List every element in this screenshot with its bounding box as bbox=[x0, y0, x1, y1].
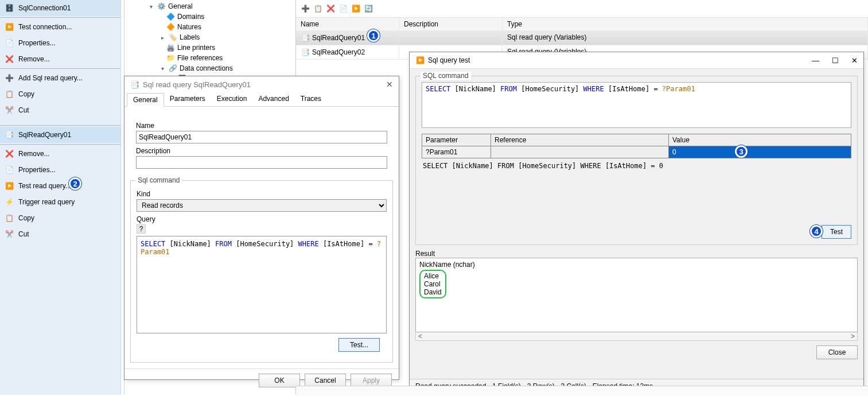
copy[interactable]: 📋 Copy bbox=[0, 86, 120, 102]
scroll-right-icon[interactable]: > bbox=[851, 332, 855, 340]
cell: SqlReadQuery02 bbox=[312, 48, 365, 56]
folder-icon: 🔶 bbox=[166, 22, 175, 32]
play-db-icon: ▶️ bbox=[5, 22, 14, 32]
window-title-bar[interactable]: ▶️ Sql query test — ☐ ✕ bbox=[410, 52, 863, 69]
close-icon[interactable]: ✕ bbox=[386, 80, 393, 89]
tree-dataconn[interactable]: ▾ 🔗 Data connections bbox=[124, 63, 295, 73]
tab-traces[interactable]: Traces bbox=[295, 92, 327, 106]
tree-general[interactable]: ▾ ⚙️ General bbox=[124, 1, 295, 11]
result-label: Result bbox=[415, 250, 858, 258]
query-icon: 📑 bbox=[130, 80, 139, 89]
minimize-icon[interactable]: — bbox=[812, 56, 819, 65]
test-button[interactable]: Test bbox=[822, 225, 851, 239]
sql-command-group: Sql command Kind Read records Query ? SE… bbox=[130, 180, 393, 363]
collapse-icon[interactable]: ▾ bbox=[159, 65, 166, 72]
tabs: General Parameters Execution Advanced Tr… bbox=[124, 92, 399, 107]
props-icon[interactable]: 📄 bbox=[338, 4, 348, 13]
scroll-left-icon[interactable]: < bbox=[418, 332, 422, 340]
cell: SqlReadQuery01 bbox=[312, 34, 365, 42]
query-helper-icon[interactable]: ? bbox=[137, 224, 146, 234]
expand-icon[interactable]: ▸ bbox=[159, 34, 166, 41]
copy-icon[interactable]: 📋 bbox=[313, 4, 322, 13]
refresh-icon[interactable]: 🔄 bbox=[364, 4, 373, 13]
close-icon[interactable]: ✕ bbox=[851, 56, 858, 65]
tab-execution[interactable]: Execution bbox=[211, 92, 253, 106]
tree-lineprinters[interactable]: 🖨️ Line printers bbox=[124, 42, 295, 53]
label: Properties... bbox=[18, 39, 56, 47]
tree-natures[interactable]: 🔶 Natures bbox=[124, 22, 295, 32]
close-button[interactable]: Close bbox=[816, 345, 858, 359]
tab-general[interactable]: General bbox=[127, 93, 164, 107]
result-header: NickName (nchar) bbox=[419, 261, 854, 269]
divider bbox=[0, 144, 120, 145]
tree-labels[interactable]: ▸ 🏷️ Labels bbox=[124, 32, 295, 42]
trigger-icon: ⚡ bbox=[5, 197, 14, 207]
properties[interactable]: 📄 Properties... bbox=[0, 35, 120, 51]
annotation-badge-3: 3 bbox=[735, 145, 748, 158]
cut[interactable]: ✂️ Cut bbox=[0, 102, 120, 118]
delete-icon[interactable]: ❌ bbox=[326, 4, 335, 13]
collapse-icon[interactable]: ▾ bbox=[147, 3, 154, 10]
label: Remove... bbox=[18, 150, 50, 158]
col-name[interactable]: Name bbox=[296, 18, 399, 30]
left-sidebar: 🗄️ SqlConnection01 ▶️ Test connection...… bbox=[0, 0, 121, 395]
value-text: 0 bbox=[672, 148, 676, 156]
label: File references bbox=[177, 54, 223, 62]
test-connection[interactable]: ▶️ Test connection... bbox=[0, 19, 120, 35]
resolved-sql: SELECT [NickName] FROM [HomeSecurity] WH… bbox=[422, 158, 851, 173]
sidebar-selected-query[interactable]: 📑 SqlReadQuery01 bbox=[0, 127, 120, 143]
name-input[interactable] bbox=[136, 131, 387, 143]
sql-command-group: SQL command SELECT [NickName] FROM [Home… bbox=[415, 76, 858, 245]
test-button[interactable]: Test... bbox=[338, 338, 380, 352]
trigger-read-query[interactable]: ⚡ Trigger read query bbox=[0, 194, 120, 210]
cut-icon: ✂️ bbox=[5, 230, 14, 239]
remove[interactable]: ❌ Remove... bbox=[0, 51, 120, 67]
col-val[interactable]: Value bbox=[669, 134, 851, 146]
table-row[interactable]: ?Param01 0 3 bbox=[422, 146, 851, 158]
test-read-query[interactable]: ▶️ Test read query... 2 bbox=[0, 178, 120, 194]
query-textarea[interactable]: SELECT [NickName] FROM [HomeSecurity] WH… bbox=[137, 236, 387, 333]
label: Test read query... bbox=[18, 182, 71, 190]
value-cell[interactable]: 0 3 bbox=[669, 146, 851, 158]
tab-parameters[interactable]: Parameters bbox=[164, 92, 211, 106]
result-row: David bbox=[424, 288, 442, 296]
col-type[interactable]: Type bbox=[503, 18, 868, 30]
kind-select[interactable]: Read records bbox=[137, 199, 387, 212]
window-title: Sql query test bbox=[428, 56, 470, 64]
cell[interactable] bbox=[491, 146, 669, 158]
label: Properties... bbox=[18, 166, 56, 174]
label: Copy bbox=[18, 214, 34, 222]
label: Line printers bbox=[177, 44, 215, 52]
sql-command-text[interactable]: SELECT [NickName] FROM [HomeSecurity] WH… bbox=[422, 82, 851, 128]
col-param[interactable]: Parameter bbox=[422, 134, 491, 146]
run-icon[interactable]: ▶️ bbox=[351, 4, 360, 13]
file-icon: 📁 bbox=[166, 53, 175, 63]
sidebar-connection[interactable]: 🗄️ SqlConnection01 bbox=[0, 0, 120, 16]
remove-query[interactable]: ❌ Remove... bbox=[0, 146, 120, 162]
remove-icon: ❌ bbox=[5, 55, 14, 64]
label: Trigger read query bbox=[18, 198, 75, 206]
folder-icon: 🔷 bbox=[166, 12, 175, 21]
maximize-icon[interactable]: ☐ bbox=[832, 56, 839, 65]
ok-button[interactable]: OK bbox=[259, 374, 300, 387]
copy-query[interactable]: 📋 Copy bbox=[0, 210, 120, 226]
col-ref[interactable]: Reference bbox=[491, 134, 669, 146]
tree-domains[interactable]: 🔷 Domains bbox=[124, 11, 295, 22]
label: General bbox=[168, 2, 193, 10]
tree-filerefs[interactable]: 📁 File references bbox=[124, 53, 295, 63]
properties-query[interactable]: 📄 Properties... bbox=[0, 162, 120, 178]
copy-icon: 📋 bbox=[5, 213, 14, 223]
table-row[interactable]: 📑 SqlReadQuery01 Sql read query (Variabl… bbox=[296, 31, 868, 45]
add-icon[interactable]: ➕ bbox=[301, 4, 310, 13]
tab-advanced[interactable]: Advanced bbox=[252, 92, 294, 106]
col-desc[interactable]: Description bbox=[399, 18, 503, 30]
cut-query[interactable]: ✂️ Cut bbox=[0, 226, 120, 242]
label-icon: 🏷️ bbox=[168, 33, 177, 42]
test-query-icon: ▶️ bbox=[5, 181, 14, 191]
properties-icon: 📄 bbox=[5, 38, 14, 48]
desc-input[interactable] bbox=[136, 156, 387, 169]
query-icon: 📑 bbox=[301, 48, 310, 57]
label: SqlReadQuery01 bbox=[18, 131, 71, 139]
group-title: SQL command bbox=[421, 72, 471, 80]
add-sql-read-query[interactable]: ➕ Add Sql read query... bbox=[0, 70, 120, 86]
